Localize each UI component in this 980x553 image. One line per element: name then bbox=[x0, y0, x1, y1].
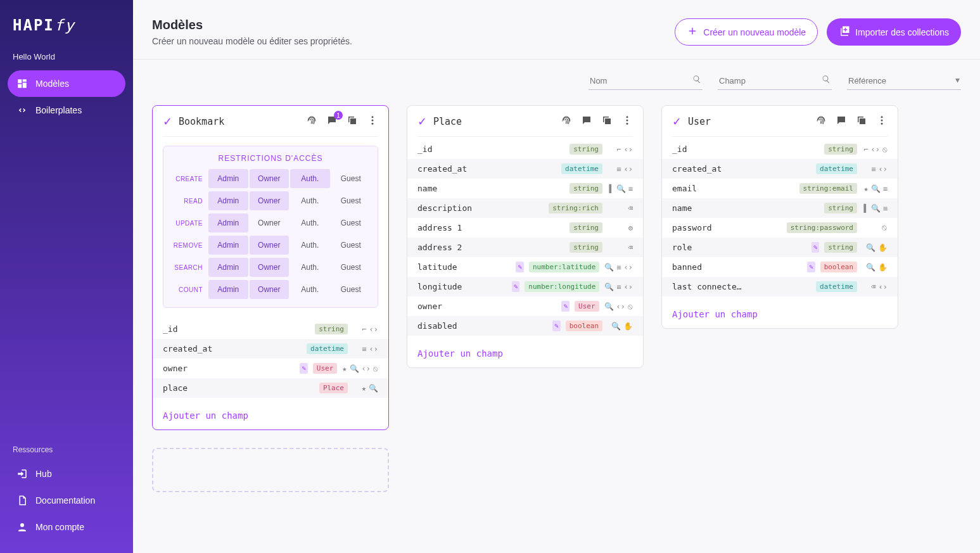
access-role-cell[interactable]: Admin bbox=[208, 191, 248, 210]
add-field-button[interactable]: Ajouter un champ bbox=[662, 302, 898, 328]
sidebar-item-documentation[interactable]: Documentation bbox=[8, 487, 125, 514]
filter-name-input[interactable] bbox=[589, 72, 703, 89]
access-role-cell[interactable]: Owner bbox=[250, 213, 290, 232]
fingerprint-icon[interactable] bbox=[561, 115, 572, 129]
model-name[interactable]: Place bbox=[433, 116, 554, 127]
create-model-button[interactable]: Créer un nouveau modèle bbox=[675, 18, 818, 46]
copy-icon[interactable] bbox=[347, 115, 358, 129]
access-role-cell[interactable]: Guest bbox=[331, 236, 371, 255]
access-role-cell[interactable]: Auth. bbox=[290, 191, 330, 210]
access-role-cell[interactable]: Guest bbox=[331, 169, 371, 188]
svg-point-0 bbox=[20, 523, 24, 527]
field-row[interactable]: owner✎User🔍‹›⦸ bbox=[407, 296, 643, 316]
type-chip: datetime bbox=[816, 281, 857, 292]
sidebar-item-models[interactable]: Modèles bbox=[8, 70, 125, 97]
access-role-cell[interactable]: Guest bbox=[331, 213, 371, 232]
field-row[interactable]: longitude✎number:longitude🔍≡‹› bbox=[407, 277, 643, 296]
type-chip: string bbox=[570, 242, 602, 253]
filter-reference[interactable]: ▾ bbox=[847, 72, 961, 90]
sidebar-item-label: Boilerplates bbox=[35, 105, 82, 115]
model-card: ✓User_idstring⌐‹›⦸created_atdatetime≡‹›e… bbox=[661, 105, 898, 329]
access-role-cell[interactable]: Guest bbox=[331, 280, 371, 299]
copy-icon[interactable] bbox=[601, 115, 613, 129]
field-row[interactable]: _idstring⌐‹› bbox=[407, 139, 643, 159]
fingerprint-icon[interactable] bbox=[306, 115, 317, 129]
field-row[interactable]: created_atdatetime≡‹› bbox=[407, 159, 643, 179]
field-row[interactable]: _idstring⌐‹› bbox=[153, 319, 388, 339]
copy-icon[interactable] bbox=[856, 115, 867, 129]
field-name: password bbox=[672, 223, 782, 232]
access-role-cell[interactable]: Guest bbox=[331, 191, 371, 210]
access-role-cell[interactable]: Owner bbox=[250, 236, 290, 255]
access-role-cell[interactable]: Owner bbox=[250, 280, 290, 299]
sidebar-item-hub[interactable]: Hub bbox=[8, 461, 125, 487]
add-field-button[interactable]: Ajouter un champ bbox=[153, 403, 388, 429]
code-icon: ‹› bbox=[362, 364, 371, 373]
svg-point-1 bbox=[372, 116, 374, 118]
field-row[interactable]: owner✎User★🔍‹›⦸ bbox=[153, 359, 388, 378]
sidebar-item-boilerplates[interactable]: Boilerplates bbox=[8, 97, 125, 124]
page-subtitle: Créer un nouveau modèle ou éditer ses pr… bbox=[152, 36, 352, 46]
field-row[interactable]: disabled✎boolean🔍✋ bbox=[407, 316, 643, 336]
field-row[interactable]: emailstring:email★🔍≡ bbox=[662, 179, 898, 198]
star-icon: ★ bbox=[362, 384, 366, 393]
field-row[interactable]: _idstring⌐‹›⦸ bbox=[662, 139, 898, 159]
field-row[interactable]: role✎string🔍✋ bbox=[662, 238, 898, 257]
access-role-cell[interactable]: Admin bbox=[208, 169, 248, 188]
access-role-cell[interactable]: Admin bbox=[208, 213, 248, 232]
field-row[interactable]: created_atdatetime≡‹› bbox=[662, 159, 898, 179]
field-row[interactable]: placePlace★🔍 bbox=[153, 378, 388, 398]
sidebar-item-label: Hub bbox=[35, 469, 52, 479]
sort-icon: ≡ bbox=[628, 184, 633, 193]
code-icon: ‹› bbox=[616, 302, 625, 311]
model-name[interactable]: User bbox=[688, 116, 809, 127]
access-role-cell[interactable]: Auth. bbox=[290, 280, 330, 299]
filter-field-input[interactable] bbox=[718, 72, 832, 89]
import-collections-button[interactable]: Importer des collections bbox=[827, 18, 961, 46]
access-role-cell[interactable]: Admin bbox=[208, 280, 248, 299]
sidebar-item-account[interactable]: Mon compte bbox=[8, 514, 125, 540]
new-model-placeholder[interactable] bbox=[152, 448, 389, 492]
search-icon: 🔍 bbox=[604, 283, 614, 291]
access-role-cell[interactable]: Owner bbox=[250, 258, 290, 277]
access-role-cell[interactable]: Auth. bbox=[290, 213, 330, 232]
access-role-cell[interactable]: Auth. bbox=[290, 258, 330, 277]
field-row[interactable]: namestring▌🔍≡ bbox=[662, 198, 898, 218]
access-row: SEARCHAdminOwnerAuth.Guest bbox=[170, 258, 371, 277]
access-role-cell[interactable]: Admin bbox=[208, 258, 248, 277]
filter-name[interactable] bbox=[589, 72, 703, 90]
note-icon: ✎ bbox=[300, 363, 308, 374]
code-icon: ‹› bbox=[624, 145, 633, 154]
filter-reference-select[interactable] bbox=[847, 72, 961, 89]
access-role-cell[interactable]: Owner bbox=[250, 191, 290, 210]
field-row[interactable]: descriptionstring:rich⌫ bbox=[407, 198, 643, 218]
access-role-cell[interactable]: Owner bbox=[250, 169, 290, 188]
page-title: Modèles bbox=[152, 18, 352, 32]
more-icon[interactable] bbox=[876, 115, 888, 129]
model-name[interactable]: Bookmark bbox=[179, 116, 300, 127]
field-row[interactable]: namestring▌🔍≡ bbox=[407, 179, 643, 198]
field-row[interactable]: latitude✎number:latitude🔍≡‹› bbox=[407, 257, 643, 277]
comment-icon[interactable] bbox=[836, 115, 847, 129]
field-row[interactable]: created_atdatetime≡‹› bbox=[153, 339, 388, 359]
filters: ▾ bbox=[133, 60, 980, 90]
more-icon[interactable] bbox=[367, 115, 378, 129]
fingerprint-icon[interactable] bbox=[815, 115, 827, 129]
access-role-cell[interactable]: Auth. bbox=[290, 169, 330, 188]
field-row[interactable]: last connecte…datetime⌫‹› bbox=[662, 277, 898, 296]
access-action-label: COUNT bbox=[170, 286, 208, 293]
field-row[interactable]: banned✎boolean🔍✋ bbox=[662, 257, 898, 277]
add-field-button[interactable]: Ajouter un champ bbox=[407, 341, 643, 367]
access-role-cell[interactable]: Guest bbox=[331, 258, 371, 277]
comment-icon[interactable]: 1 bbox=[326, 115, 338, 129]
field-row[interactable]: address 2string⌫ bbox=[407, 238, 643, 257]
field-row[interactable]: passwordstring:password⦰ bbox=[662, 218, 898, 238]
access-action-label: READ bbox=[170, 198, 208, 205]
field-row[interactable]: address 1string⚙ bbox=[407, 218, 643, 238]
more-icon[interactable] bbox=[621, 115, 633, 129]
comment-icon[interactable] bbox=[581, 115, 592, 129]
access-role-cell[interactable]: Admin bbox=[208, 236, 248, 255]
filter-field[interactable] bbox=[718, 72, 832, 90]
access-role-cell[interactable]: Auth. bbox=[290, 236, 330, 255]
field-flags: ⚙ bbox=[608, 224, 633, 232]
